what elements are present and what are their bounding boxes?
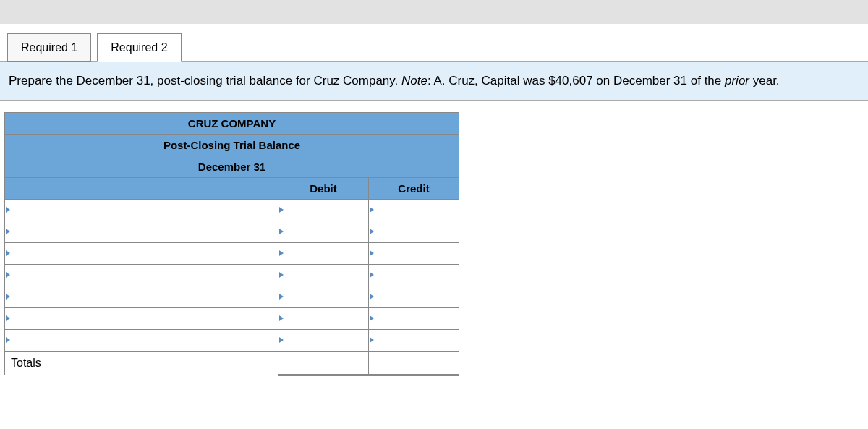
debit-input-2[interactable]: [280, 226, 367, 238]
debit-input-1[interactable]: [280, 205, 367, 216]
company-name: CRUZ COMPANY: [5, 112, 459, 134]
debit-column-header: Debit: [278, 177, 369, 199]
debit-input-3[interactable]: [280, 248, 367, 260]
dropdown-icon: [6, 207, 10, 213]
worksheet-title: Post-Closing Trial Balance: [5, 134, 459, 156]
account-input-4[interactable]: [7, 270, 276, 281]
tab-required-2[interactable]: Required 2: [97, 33, 181, 62]
dropdown-icon: [370, 337, 374, 343]
credit-input-1[interactable]: [370, 205, 457, 216]
account-input-1[interactable]: [7, 205, 276, 216]
dropdown-icon: [6, 337, 10, 343]
instruction-suffix: year.: [749, 74, 780, 88]
debit-input-4[interactable]: [280, 270, 367, 281]
tabs-container: Required 1 Required 2: [0, 25, 868, 62]
dropdown-icon: [370, 294, 374, 300]
dropdown-icon: [370, 315, 374, 321]
tab-required-1[interactable]: Required 1: [7, 33, 91, 62]
credit-input-3[interactable]: [370, 248, 457, 260]
account-input-2[interactable]: [7, 226, 276, 238]
credit-input-6[interactable]: [370, 313, 457, 325]
dropdown-icon: [279, 294, 284, 300]
dropdown-icon: [279, 207, 284, 213]
top-bar: [0, 0, 868, 25]
dropdown-icon: [6, 272, 10, 278]
credit-input-5[interactable]: [370, 292, 457, 303]
credit-column-header: Credit: [369, 177, 459, 199]
debit-input-5[interactable]: [280, 292, 367, 303]
debit-input-6[interactable]: [280, 313, 367, 325]
dropdown-icon: [6, 250, 10, 256]
account-column-header: [5, 177, 278, 199]
dropdown-icon: [279, 315, 284, 321]
instruction-prior: prior: [725, 74, 749, 88]
credit-total: [369, 351, 459, 375]
trial-balance-table: CRUZ COMPANY Post-Closing Trial Balance …: [4, 112, 459, 376]
dropdown-icon: [6, 229, 10, 234]
dropdown-icon: [370, 272, 374, 278]
account-input-5[interactable]: [7, 292, 276, 303]
totals-label: Totals: [5, 351, 278, 375]
dropdown-icon: [370, 250, 374, 256]
dropdown-icon: [279, 337, 284, 343]
account-input-7[interactable]: [7, 335, 276, 347]
account-input-3[interactable]: [7, 248, 276, 260]
dropdown-icon: [370, 207, 374, 213]
dropdown-icon: [279, 250, 284, 256]
credit-input-4[interactable]: [370, 270, 457, 281]
instruction-note-text: : A. Cruz, Capital was $40,607 on Decemb…: [427, 74, 725, 88]
credit-input-7[interactable]: [370, 335, 457, 347]
instruction-note-label: Note: [401, 74, 427, 88]
instruction-panel: Prepare the December 31, post-closing tr…: [0, 61, 868, 101]
instruction-prefix: Prepare the December 31, post-closing tr…: [9, 74, 401, 88]
dropdown-icon: [370, 229, 374, 234]
dropdown-icon: [279, 229, 284, 234]
debit-total: [278, 351, 369, 375]
worksheet-date: December 31: [5, 156, 459, 177]
dropdown-icon: [6, 294, 10, 300]
dropdown-icon: [279, 272, 284, 278]
credit-input-2[interactable]: [370, 226, 457, 238]
dropdown-icon: [6, 315, 10, 321]
account-input-6[interactable]: [7, 313, 276, 325]
debit-input-7[interactable]: [280, 335, 367, 347]
